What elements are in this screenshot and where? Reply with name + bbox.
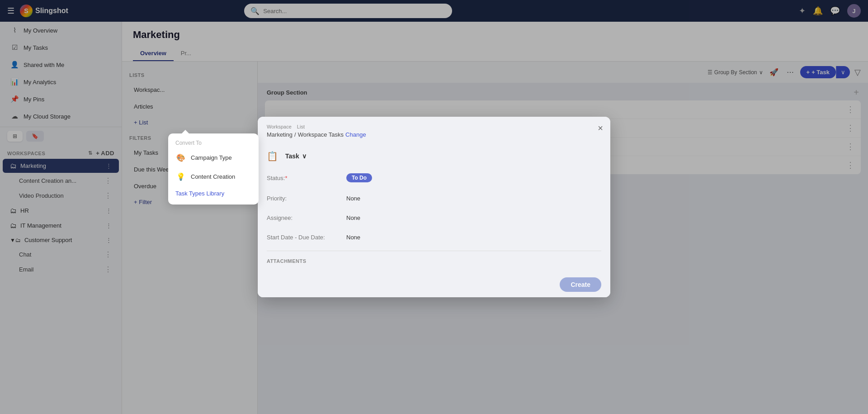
dropdown-item-label: Campaign Type — [191, 154, 232, 161]
dropdown-item-content-creation[interactable]: 💡 Content Creation — [168, 167, 259, 186]
modal-overlay: Workspace List Marketing / Workspace Tas… — [0, 0, 868, 414]
attachments-section: ATTACHMENTS — [267, 251, 601, 265]
content-creation-icon: 💡 — [175, 171, 186, 182]
modal-breadcrumb: Workspace List — [267, 124, 601, 129]
dates-value: None — [346, 234, 360, 241]
breadcrumb-workspace-label: Workspace — [267, 124, 292, 129]
task-types-library-link[interactable]: Task Types Library — [168, 186, 259, 201]
create-task-modal: Workspace List Marketing / Workspace Tas… — [258, 117, 610, 297]
status-label: Status:* — [267, 175, 339, 181]
task-type-button[interactable]: Task ∨ — [282, 151, 310, 162]
dropdown-item-campaign-type[interactable]: 🎨 Campaign Type — [168, 148, 259, 167]
breadcrumb-list-label: List — [297, 124, 305, 129]
dates-field: Start Date - Due Date: None — [267, 231, 601, 243]
modal-footer: Create — [258, 272, 610, 297]
breadcrumb-separator: / — [294, 131, 296, 138]
dropdown-header: Convert To — [168, 137, 259, 148]
attachments-label: ATTACHMENTS — [267, 258, 307, 264]
assignee-value: None — [346, 214, 360, 221]
priority-label: Priority: — [267, 195, 339, 202]
dropdown-item-label: Content Creation — [191, 173, 235, 180]
task-type-row: 📋 Task ∨ — [267, 149, 601, 163]
breadcrumb-change-button[interactable]: Change — [345, 131, 366, 138]
modal-close-button[interactable]: × — [598, 123, 603, 133]
task-type-caret: ∨ — [302, 152, 307, 160]
modal-body: 📋 Task ∨ Status:* To Do Priority: None A… — [258, 142, 610, 272]
breadcrumb-list: Workspace Tasks — [298, 131, 344, 138]
breadcrumb-workspace: Marketing — [267, 131, 292, 138]
priority-field: Priority: None — [267, 192, 601, 205]
assignee-field: Assignee: None — [267, 212, 601, 224]
modal-breadcrumb-path: Marketing / Workspace Tasks Change — [267, 131, 601, 138]
assignee-label: Assignee: — [267, 214, 339, 221]
campaign-type-icon: 🎨 — [175, 152, 186, 163]
status-badge[interactable]: To Do — [346, 173, 372, 182]
status-field: Status:* To Do — [267, 171, 601, 185]
task-type-emoji: 📋 — [267, 151, 278, 162]
convert-to-dropdown: Convert To 🎨 Campaign Type 💡 Content Cre… — [168, 133, 259, 205]
dropdown-arrow — [182, 130, 189, 133]
task-type-label: Task — [285, 152, 299, 160]
priority-value: None — [346, 195, 360, 202]
create-button[interactable]: Create — [560, 277, 601, 292]
dates-label: Start Date - Due Date: — [267, 234, 339, 241]
modal-header: Workspace List Marketing / Workspace Tas… — [258, 117, 610, 142]
